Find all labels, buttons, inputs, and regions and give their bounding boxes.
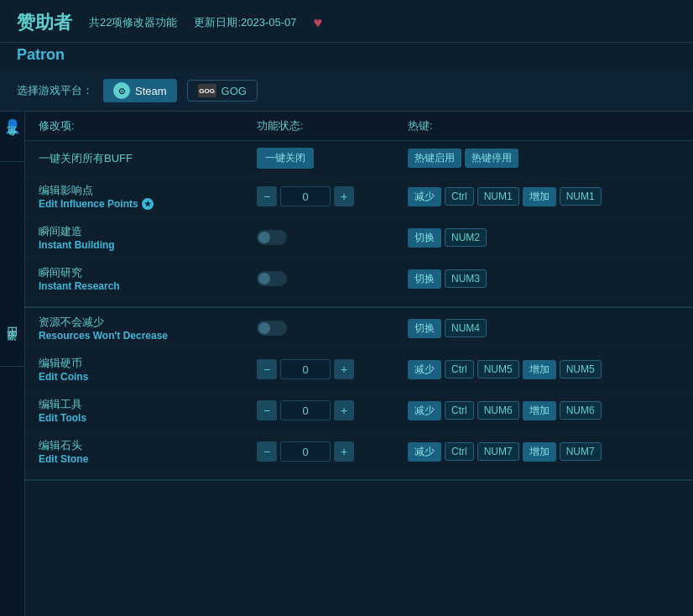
onekey-buff-status: 一键关闭 <box>257 148 408 169</box>
platform-label: 选择游戏平台： <box>17 83 93 98</box>
influence-inc-hk-btn[interactable]: 增加 <box>523 187 556 206</box>
building-toggle-wrap <box>257 230 408 245</box>
content-area: 修改项: 功能状态: 热键: 一键关闭所有BUFF 一键关闭 热键启用 热键停用 <box>25 112 693 616</box>
sidebar-item-character[interactable]: 角色 <box>0 134 24 154</box>
row-onekey-buff: 一键关闭所有BUFF 一键关闭 热键启用 热键停用 <box>25 141 693 176</box>
stone-num-control: − + <box>257 441 408 462</box>
tools-inc-button[interactable]: + <box>334 400 354 420</box>
research-toggle[interactable] <box>257 271 287 286</box>
row-resources-decrease: 资源不会减少 Resources Won't Decrease 切换 NUM4 <box>25 308 693 349</box>
influence-cn: 编辑影响点 <box>39 183 257 198</box>
influence-input[interactable] <box>280 186 331 206</box>
onekey-buff-name: 一键关闭所有BUFF <box>39 151 257 166</box>
building-en: Instant Building <box>39 239 257 251</box>
row-instant-building: 瞬间建造 Instant Building 切换 NUM2 <box>25 217 693 258</box>
building-cn: 瞬间建造 <box>39 224 257 239</box>
building-toggle[interactable] <box>257 230 287 245</box>
research-name: 瞬间研究 Instant Research <box>39 265 257 292</box>
star-badge: ★ <box>142 198 154 210</box>
row-instant-research: 瞬间研究 Instant Research 切换 NUM3 <box>25 258 693 300</box>
res-decrease-toggle-wrap <box>257 321 408 336</box>
res-decrease-hotkeys: 切换 NUM4 <box>408 319 680 338</box>
tools-num6-dec-key: NUM6 <box>477 401 519 420</box>
res-decrease-en: Resources Won't Decrease <box>39 330 257 342</box>
tools-dec-hk-btn[interactable]: 减少 <box>408 401 441 420</box>
influence-ctrl-key: Ctrl <box>445 187 474 206</box>
tools-name: 编辑工具 Edit Tools <box>39 397 257 424</box>
col-mod: 修改项: <box>39 118 257 133</box>
coins-input[interactable] <box>280 359 331 379</box>
research-toggle-wrap <box>257 271 408 286</box>
gog-label: GOG <box>221 85 247 97</box>
onekey-buff-hotkeys: 热键启用 热键停用 <box>408 149 680 168</box>
patron-label: Patron <box>17 46 65 63</box>
influence-num1-dec-key: NUM1 <box>477 187 519 206</box>
steam-button[interactable]: ⊙ Steam <box>103 79 177 102</box>
research-num3-key: NUM3 <box>445 269 487 288</box>
hotkey-enable-button[interactable]: 热键启用 <box>408 149 461 168</box>
heart-icon[interactable]: ♥ <box>314 14 323 32</box>
update-date: 更新日期:2023-05-07 <box>194 15 296 30</box>
tools-num6-inc-key: NUM6 <box>560 401 602 420</box>
influence-dec-hk-btn[interactable]: 减少 <box>408 187 441 206</box>
coins-inc-hk-btn[interactable]: 增加 <box>523 360 556 379</box>
coins-en: Edit Coins <box>39 371 257 383</box>
main-layout: 👤 角色 ⊞ 资源 修改项: 功能状态: 热键: 一键关闭所有BUFF <box>0 112 693 616</box>
research-toggle-btn[interactable]: 切换 <box>408 269 441 289</box>
app-header: 赞助者 共22项修改器功能 更新日期:2023-05-07 ♥ <box>0 0 693 43</box>
hotkey-disable-button[interactable]: 热键停用 <box>465 149 518 168</box>
stone-dec-button[interactable]: − <box>257 441 277 462</box>
influence-num1-inc-key: NUM1 <box>560 187 602 206</box>
coins-cn: 编辑硬币 <box>39 356 257 371</box>
gog-button[interactable]: GOG GOG <box>187 80 258 102</box>
platform-selector: 选择游戏平台： ⊙ Steam GOG GOG <box>0 70 693 112</box>
res-decrease-toggle-btn[interactable]: 切换 <box>408 319 441 338</box>
row-edit-stone: 编辑石头 Edit Stone − + 减少 Ctrl NUM7 增加 NUM7 <box>25 431 693 472</box>
stone-input[interactable] <box>280 441 331 462</box>
res-decrease-toggle[interactable] <box>257 321 287 336</box>
coins-dec-button[interactable]: − <box>257 359 277 379</box>
coins-num-control: − + <box>257 359 408 379</box>
research-hotkeys: 切换 NUM3 <box>408 269 680 289</box>
onekey-close-button[interactable]: 一键关闭 <box>257 148 314 169</box>
resources-icon: ⊞ <box>7 323 18 339</box>
tools-cn: 编辑工具 <box>39 397 257 412</box>
stone-cn: 编辑石头 <box>39 438 257 453</box>
stone-num7-inc-key: NUM7 <box>560 442 602 461</box>
stone-name: 编辑石头 Edit Stone <box>39 438 257 465</box>
res-decrease-name: 资源不会减少 Resources Won't Decrease <box>39 315 257 342</box>
coins-ctrl-key: Ctrl <box>445 360 474 378</box>
building-toggle-btn[interactable]: 切换 <box>408 228 441 248</box>
sidebar-item-resources[interactable]: 资源 <box>0 339 24 359</box>
stone-dec-hk-btn[interactable]: 减少 <box>408 442 441 462</box>
onekey-buff-cn: 一键关闭所有BUFF <box>39 151 257 166</box>
sidebar-section-character[interactable]: 👤 角色 <box>0 112 24 162</box>
tools-ctrl-key: Ctrl <box>445 401 474 420</box>
sidebar-section-resources[interactable]: ⊞ 资源 <box>0 316 24 367</box>
gog-icon: GOG <box>198 84 216 97</box>
app-title: 赞助者 <box>17 10 72 35</box>
tools-inc-hk-btn[interactable]: 增加 <box>523 401 556 420</box>
patron-bar: Patron <box>0 43 693 70</box>
res-decrease-num4-key: NUM4 <box>445 319 487 337</box>
stone-inc-button[interactable]: + <box>334 441 354 462</box>
stone-inc-hk-btn[interactable]: 增加 <box>523 442 556 462</box>
tools-dec-button[interactable]: − <box>257 400 277 420</box>
coins-inc-button[interactable]: + <box>334 359 354 379</box>
influence-dec-button[interactable]: − <box>257 186 277 206</box>
coins-num5-dec-key: NUM5 <box>477 360 519 378</box>
tools-hotkeys: 减少 Ctrl NUM6 增加 NUM6 <box>408 401 680 420</box>
influence-en-text: Edit Influence Points <box>39 198 138 210</box>
section-character: 一键关闭所有BUFF 一键关闭 热键启用 热键停用 编辑影响点 Edit Inf… <box>25 141 693 308</box>
influence-inc-button[interactable]: + <box>334 186 354 206</box>
tools-input[interactable] <box>280 400 331 420</box>
sidebar: 👤 角色 ⊞ 资源 <box>0 112 25 616</box>
row-edit-coins: 编辑硬币 Edit Coins − + 减少 Ctrl NUM5 增加 NUM5 <box>25 349 693 390</box>
research-en: Instant Research <box>39 280 257 292</box>
coins-hotkeys: 减少 Ctrl NUM5 增加 NUM5 <box>408 360 680 379</box>
row-edit-tools: 编辑工具 Edit Tools − + 减少 Ctrl NUM6 增加 NUM6 <box>25 390 693 431</box>
character-icon: 👤 <box>4 118 21 134</box>
steam-label: Steam <box>135 85 167 97</box>
coins-dec-hk-btn[interactable]: 减少 <box>408 360 441 379</box>
coins-num5-inc-key: NUM5 <box>560 360 602 378</box>
